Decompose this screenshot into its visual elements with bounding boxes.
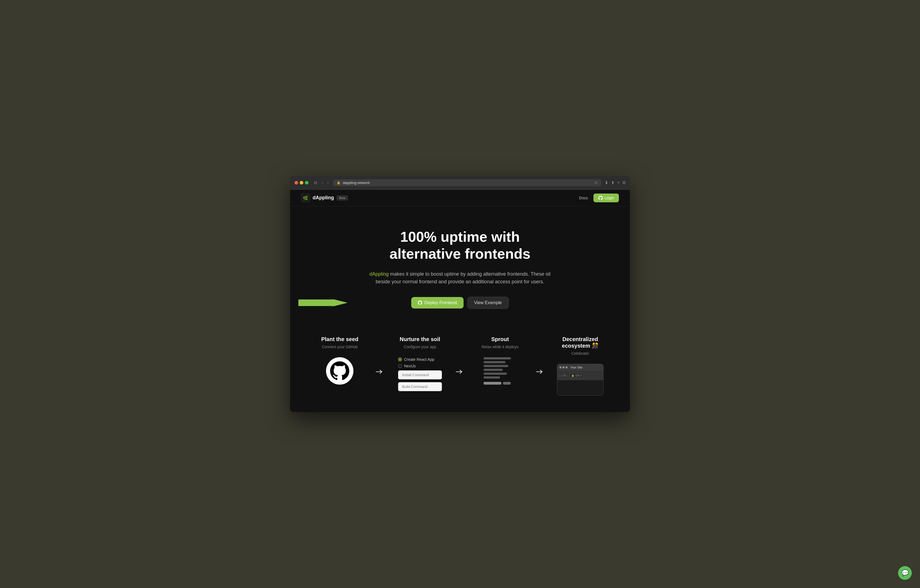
browser-window: ⊟ ‹ › 🔒 dappling.network ↻ ⬇ ⬆ + ⧉ 🌿 dAp… [290, 176, 630, 412]
brand-name: dAppling [369, 271, 389, 277]
mini-site-title: Your Site [570, 366, 583, 369]
mini-dot-1 [559, 366, 562, 368]
step-nurture-subtitle: Configure your app [392, 345, 448, 349]
beta-badge: Beta [337, 195, 348, 200]
chat-widget[interactable]: 💬 [898, 566, 912, 580]
logo-area: 🌿 dAppling Beta [301, 194, 348, 202]
github-logo-large [326, 357, 353, 384]
mini-dot-2 [562, 366, 565, 368]
mini-traffic-lights [559, 366, 568, 368]
step-nurture-content: Create React App NextJs [392, 357, 448, 394]
tabs-icon[interactable]: ⧉ [622, 180, 625, 185]
progress-remaining [503, 382, 511, 384]
step-sprout-subtitle: Relax while it deploys [472, 345, 528, 349]
browser-nav-controls: ⊟ ‹ › [313, 180, 330, 185]
step-ecosystem: Decentralized ecosystem 🎊 Celebrate! [547, 336, 614, 396]
share-icon[interactable]: ⬆ [611, 180, 614, 185]
lock-icon: 🔒 [337, 181, 340, 184]
mini-back-btn[interactable]: ‹ [559, 374, 560, 377]
arrow-3 [533, 336, 547, 375]
step-sprout-content [472, 357, 528, 384]
step-plant-content [312, 357, 368, 384]
maximize-button[interactable] [305, 181, 308, 184]
mini-browser-content [557, 380, 603, 395]
arrow-2 [453, 336, 467, 375]
download-icon[interactable]: ⬇ [605, 180, 608, 185]
deploy-line-2 [484, 361, 505, 363]
sidebar-toggle-button[interactable]: ⊟ [313, 180, 318, 185]
hero-buttons: Deploy Frontend View Example [301, 297, 619, 309]
deploy-line-3 [484, 365, 508, 367]
deploy-animation [484, 357, 517, 384]
browser-actions: ⬇ ⬆ + ⧉ [605, 180, 625, 185]
new-tab-icon[interactable]: + [617, 180, 620, 185]
arrow-1 [373, 336, 387, 375]
install-command-input[interactable] [398, 370, 442, 380]
deploy-line-5 [484, 373, 507, 375]
deploy-line-4 [484, 369, 503, 371]
step-plant: Plant the seed Connect your GitHub [306, 336, 373, 384]
mini-nav-bar: ‹ › ↻ 🔒 ipfs:// [557, 371, 603, 380]
svg-text:🌿: 🌿 [303, 195, 308, 201]
deploy-line-6 [484, 376, 500, 379]
progress-fill [484, 382, 501, 384]
radio-dot-active [398, 357, 402, 361]
mini-url-text: ipfs:// [575, 374, 582, 377]
step-ecosystem-content: Your Site ‹ › ↻ 🔒 ipfs:// [552, 364, 608, 396]
mini-browser-chrome: Your Site [557, 364, 603, 371]
option-create-react-label: Create React App [404, 357, 434, 362]
minimize-button[interactable] [300, 181, 303, 184]
browser-chrome: ⊟ ‹ › 🔒 dappling.network ↻ ⬇ ⬆ + ⧉ [290, 176, 630, 190]
github-icon [598, 196, 603, 200]
nav-right: Docs Login [579, 194, 619, 202]
arrow-graphic [298, 297, 348, 308]
hero-title: 100% uptime with alternative frontends [301, 228, 619, 263]
traffic-lights [295, 181, 308, 184]
login-button[interactable]: Login [593, 194, 619, 202]
github-icon-deploy [418, 300, 422, 305]
build-command-input[interactable] [398, 382, 442, 391]
radio-create-react: Create React App [398, 357, 442, 362]
step-sprout: Sprout Relax while it deploys [467, 336, 533, 384]
deploy-line-1 [484, 357, 511, 359]
mini-nav-buttons: ‹ › ↻ [559, 374, 566, 377]
mini-browser: Your Site ‹ › ↻ 🔒 ipfs:// [557, 364, 604, 396]
hero-description: dAppling makes it simple to boost uptime… [367, 270, 553, 286]
docs-link[interactable]: Docs [579, 196, 588, 200]
steps-section: Plant the seed Connect your GitHub [290, 325, 630, 412]
reload-icon[interactable]: ↻ [594, 181, 598, 185]
mini-forward-btn[interactable]: › [561, 374, 562, 377]
logo-text: dAppling [313, 195, 334, 201]
hero-section: 100% uptime with alternative frontends d… [290, 207, 630, 325]
mini-dot-3 [565, 366, 568, 368]
deploy-frontend-button[interactable]: Deploy Frontend [411, 297, 463, 309]
svg-marker-2 [298, 297, 348, 308]
step-nurture: Nurture the soil Configure your app Crea… [387, 336, 454, 394]
step-sprout-title: Sprout [472, 336, 528, 342]
forward-button[interactable]: › [326, 180, 330, 185]
step-ecosystem-title: Decentralized ecosystem 🎊 [552, 336, 608, 349]
option-nextjs-label: NextJs [404, 364, 416, 368]
address-bar[interactable]: 🔒 dappling.network ↻ [333, 179, 601, 186]
close-button[interactable] [295, 181, 298, 184]
back-button[interactable]: ‹ [321, 180, 324, 185]
step-plant-title: Plant the seed [312, 336, 368, 342]
mini-address-bar: 🔒 ipfs:// [569, 373, 584, 378]
step-nurture-title: Nurture the soil [392, 336, 448, 342]
progress-bar-area [484, 382, 511, 384]
mini-reload-btn[interactable]: ↻ [564, 374, 566, 377]
navbar: 🌿 dAppling Beta Docs Login [290, 190, 630, 207]
radio-nextjs: NextJs [398, 364, 442, 368]
mini-lock-icon: 🔒 [571, 374, 574, 377]
radio-dot-nextjs [398, 364, 402, 368]
config-form: Create React App NextJs [398, 357, 442, 394]
step-ecosystem-subtitle: Celebrate! [552, 351, 608, 355]
main-content: 🌿 dAppling Beta Docs Login 100% uptime w… [290, 190, 630, 412]
chat-icon: 💬 [901, 569, 909, 577]
url-text: dappling.network [343, 181, 369, 185]
step-plant-subtitle: Connect your GitHub [312, 345, 368, 349]
dappling-logo-icon: 🌿 [301, 194, 310, 202]
view-example-button[interactable]: View Example [467, 297, 509, 309]
